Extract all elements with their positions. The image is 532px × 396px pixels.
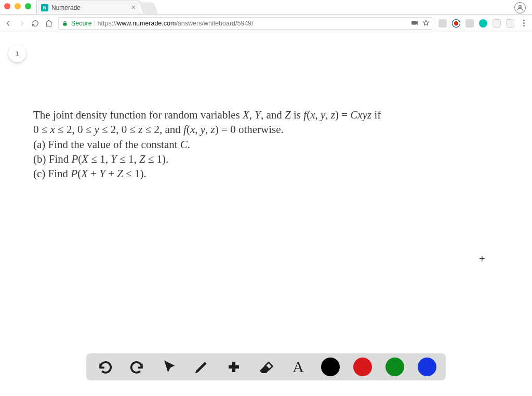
minimize-window-button[interactable] xyxy=(15,3,21,9)
text-tool-button[interactable]: A xyxy=(289,358,308,376)
pencil-tool-button[interactable] xyxy=(192,358,211,376)
extension-icon-4[interactable] xyxy=(479,19,487,28)
add-tool-button[interactable] xyxy=(224,358,243,376)
color-black-button[interactable] xyxy=(321,358,340,376)
extension-icon-6[interactable] xyxy=(506,19,514,28)
extension-icons xyxy=(438,19,528,28)
pointer-tool-button[interactable] xyxy=(160,358,179,376)
tab-favicon: N xyxy=(41,4,48,11)
chrome-menu-button[interactable] xyxy=(520,20,528,27)
extension-icon-3[interactable] xyxy=(466,19,474,28)
eraser-tool-button[interactable] xyxy=(257,358,275,376)
whiteboard-toolbar: A xyxy=(86,353,446,380)
back-button[interactable] xyxy=(4,19,12,28)
secure-label: Secure xyxy=(71,20,95,27)
slide-number: 1 xyxy=(15,50,19,58)
home-button[interactable] xyxy=(45,19,53,28)
forward-button[interactable] xyxy=(18,19,26,28)
redo-button[interactable] xyxy=(128,358,147,376)
browser-tab-numerade[interactable]: N Numerade × xyxy=(36,1,140,14)
window-controls xyxy=(4,3,31,9)
undo-button[interactable] xyxy=(96,358,114,376)
color-blue-button[interactable] xyxy=(418,358,436,376)
lock-icon xyxy=(62,20,68,27)
cursor-crosshair: + xyxy=(479,253,485,265)
problem-text: The joint density function for random va… xyxy=(0,32,532,181)
svg-rect-1 xyxy=(63,23,66,25)
maximize-window-button[interactable] xyxy=(25,3,31,9)
color-red-button[interactable] xyxy=(353,358,372,376)
reload-button[interactable] xyxy=(31,19,39,28)
svg-point-0 xyxy=(519,5,522,8)
tab-strip: N Numerade × xyxy=(0,0,532,15)
slide-number-badge[interactable]: 1 xyxy=(8,45,26,62)
text-tool-label: A xyxy=(292,358,304,376)
profile-button[interactable] xyxy=(514,2,526,14)
color-green-button[interactable] xyxy=(385,358,404,376)
bookmark-star-icon[interactable] xyxy=(422,19,430,27)
new-tab-button[interactable] xyxy=(139,3,158,14)
extension-icon-2[interactable] xyxy=(452,19,460,28)
close-window-button[interactable] xyxy=(4,3,10,9)
svg-rect-2 xyxy=(412,21,416,24)
favicon-letter: N xyxy=(43,5,47,10)
camera-icon[interactable] xyxy=(411,19,418,27)
extension-icon-5[interactable] xyxy=(493,19,501,28)
browser-toolbar: Secure https://www.numerade.com/answers/… xyxy=(0,15,532,32)
tab-title: Numerade xyxy=(51,4,81,11)
url-display: https://www.numerade.com/answers/whitebo… xyxy=(98,20,254,27)
extension-icon-1[interactable] xyxy=(438,19,447,28)
address-bar[interactable]: Secure https://www.numerade.com/answers/… xyxy=(58,17,433,30)
close-tab-button[interactable]: × xyxy=(131,4,136,11)
